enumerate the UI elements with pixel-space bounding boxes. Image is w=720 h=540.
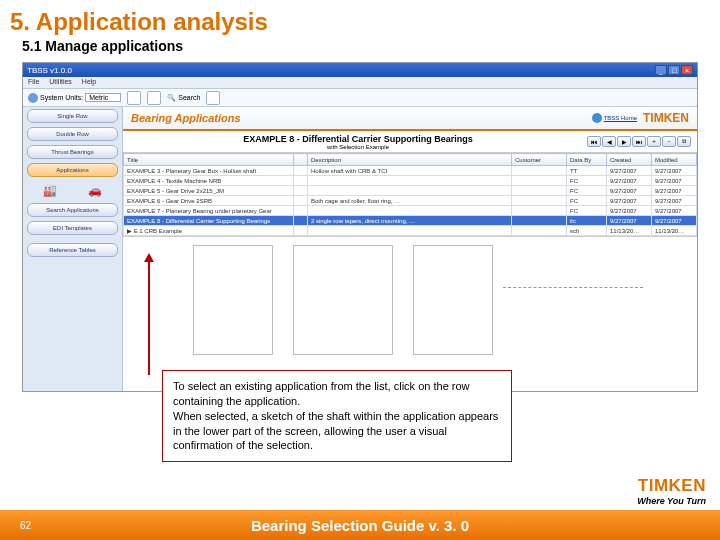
callout-arrow bbox=[148, 255, 150, 375]
content-title: Bearing Applications bbox=[131, 112, 241, 124]
tool-icon-2[interactable] bbox=[147, 91, 161, 105]
page-number: 62 bbox=[20, 520, 31, 531]
window-title: TBSS v1.0.0 bbox=[27, 66, 72, 75]
col-header[interactable]: Title bbox=[124, 154, 294, 166]
callout-box: To select an existing application from t… bbox=[162, 370, 512, 462]
table-row[interactable]: ▶ E 1 CRB Examplesch11/13/20…11/13/20… bbox=[124, 226, 697, 236]
table-row[interactable]: EXAMPLE 3 - Planetary Gear Box - Hollow … bbox=[124, 166, 697, 176]
sidebar-item-thrust[interactable]: Thrust Bearings bbox=[27, 145, 118, 159]
sidebar-item-double-row[interactable]: Double Row bbox=[27, 127, 118, 141]
footer-title: Bearing Selection Guide v. 3. 0 bbox=[251, 517, 469, 534]
col-header[interactable]: Modified bbox=[652, 154, 697, 166]
section-heading: 5. Application analysis bbox=[0, 0, 720, 38]
copy-icon[interactable]: ⧉ bbox=[677, 136, 691, 147]
home-link[interactable]: TBSS Home bbox=[592, 113, 637, 123]
sysunits-select[interactable]: Metric bbox=[85, 93, 121, 102]
example-subtitle: with Selection Example bbox=[129, 144, 587, 150]
nav-first-icon[interactable]: ⏮ bbox=[587, 136, 601, 147]
nav-prev-icon[interactable]: ◀ bbox=[602, 136, 616, 147]
nav-last-icon[interactable]: ⏭ bbox=[632, 136, 646, 147]
grid-toolbar: ⏮ ◀ ▶ ⏭ ＋ － ⧉ bbox=[587, 136, 691, 147]
sidebar-item-search-apps[interactable]: Search Applications bbox=[27, 203, 118, 217]
tool-icon-1[interactable] bbox=[127, 91, 141, 105]
sidebar: Single Row Double Row Thrust Bearings Ap… bbox=[23, 107, 123, 391]
menu-utilities[interactable]: Utilities bbox=[49, 78, 72, 87]
menu-file[interactable]: File bbox=[28, 78, 39, 87]
table-row[interactable]: EXAMPLE 4 - Textile Machine NRBFC9/27/20… bbox=[124, 176, 697, 186]
screenshot-window: TBSS v1.0.0 _ □ × File Utilities Help Sy… bbox=[22, 62, 698, 392]
close-icon[interactable]: × bbox=[681, 65, 693, 75]
col-header[interactable]: Description bbox=[308, 154, 512, 166]
nav-next-icon[interactable]: ▶ bbox=[617, 136, 631, 147]
table-row[interactable]: EXAMPLE 7 - Planetary Bearing under plan… bbox=[124, 206, 697, 216]
table-row[interactable]: EXAMPLE 8 - Differential Carrier Support… bbox=[124, 216, 697, 226]
toolbar: System Units: Metric 🔍Search bbox=[23, 89, 697, 107]
col-header[interactable]: Created bbox=[607, 154, 652, 166]
menu-help[interactable]: Help bbox=[82, 78, 96, 87]
menu-bar: File Utilities Help bbox=[23, 77, 697, 89]
subsection-heading: 5.1 Manage applications bbox=[0, 38, 720, 60]
globe-icon bbox=[28, 93, 38, 103]
table-row[interactable]: EXAMPLE 6 - Gear Drive 2SRBBoth cage and… bbox=[124, 196, 697, 206]
minimize-icon[interactable]: _ bbox=[655, 65, 667, 75]
maximize-icon[interactable]: □ bbox=[668, 65, 680, 75]
add-icon[interactable]: ＋ bbox=[647, 136, 661, 147]
example-title: EXAMPLE 8 - Differential Carrier Support… bbox=[129, 134, 587, 144]
tool-icon-3[interactable] bbox=[206, 91, 220, 105]
footer: 62 Bearing Selection Guide v. 3. 0 bbox=[0, 500, 720, 540]
system-units-group: System Units: Metric bbox=[28, 93, 121, 103]
window-titlebar: TBSS v1.0.0 _ □ × bbox=[23, 63, 697, 77]
col-header[interactable]: Data By bbox=[567, 154, 607, 166]
sidebar-item-edi[interactable]: EDI Templates bbox=[27, 221, 118, 235]
col-header[interactable] bbox=[294, 154, 308, 166]
sysunits-label: System Units: bbox=[40, 94, 83, 101]
delete-icon[interactable]: － bbox=[662, 136, 676, 147]
globe-icon bbox=[592, 113, 602, 123]
applications-table[interactable]: TitleDescriptionCustomerData ByCreatedMo… bbox=[123, 153, 697, 236]
brand-logo: TIMKEN bbox=[643, 111, 689, 125]
sidebar-item-reference[interactable]: Reference Tables bbox=[27, 243, 118, 257]
sidebar-item-single-row[interactable]: Single Row bbox=[27, 109, 118, 123]
search-label[interactable]: Search bbox=[178, 94, 200, 101]
table-row[interactable]: EXAMPLE 5 - Gear Drive 2x215_JMFC9/27/20… bbox=[124, 186, 697, 196]
col-header[interactable]: Customer bbox=[512, 154, 567, 166]
sidebar-item-applications[interactable]: Applications bbox=[27, 163, 118, 177]
content-area: Bearing Applications TBSS Home TIMKEN EX… bbox=[123, 107, 697, 391]
sketch-panel bbox=[123, 236, 697, 391]
